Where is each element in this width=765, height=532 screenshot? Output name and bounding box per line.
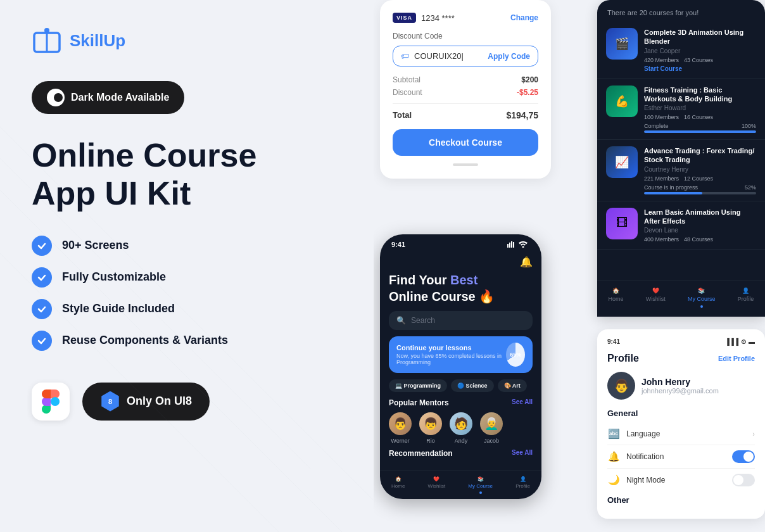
sidebar-header: There are 20 courses for you! xyxy=(597,0,765,22)
courses-count-1: 43 Courses xyxy=(684,57,713,63)
courses-count-2: 16 Courses xyxy=(684,114,713,120)
popular-mentors-see-all[interactable]: See All xyxy=(512,398,533,407)
progress-track-2 xyxy=(644,130,756,133)
phone-nav: 🏠 Home ❤️ Wishlist 📚 My Course 👤 Profile xyxy=(380,471,541,499)
status-icons xyxy=(507,241,530,248)
start-course-1[interactable]: Start Course xyxy=(644,65,756,72)
dark-phone-mockup: 9:41 🔔 Find Your Best Online Course 🔥 🔍 … xyxy=(380,234,541,499)
course-name-4: Learn Basic Animation Using After Effect… xyxy=(644,208,756,226)
language-icon: 🔤 xyxy=(607,428,620,440)
settings-notification[interactable]: 🔔 Notification xyxy=(607,445,755,469)
search-icon: 🔍 xyxy=(396,316,406,325)
cat-science[interactable]: 🔵 Science xyxy=(451,379,494,392)
profile-avatar: 👨 xyxy=(607,372,635,400)
course-thumb-4: 🎞 xyxy=(606,208,638,239)
home-icon: 🏠 xyxy=(395,476,401,482)
mentor-avatar-andy: 🧑 xyxy=(450,412,472,435)
course-name-1: Complete 3D Animation Using Blender xyxy=(644,28,756,46)
headline-normal: Find Your xyxy=(389,273,450,287)
night-mode-icon: 🌙 xyxy=(607,474,620,486)
dark-mode-label: Dark Mode Available xyxy=(71,92,169,103)
search-bar[interactable]: 🔍 Search xyxy=(389,311,533,330)
course-item-3[interactable]: 📈 Advance Trading : Forex Trading/ Stock… xyxy=(597,140,765,201)
sidebar-nav-profile[interactable]: 👤 Profile xyxy=(738,288,754,308)
cat-programming[interactable]: 💻 Programming xyxy=(389,379,447,392)
mentor-rio: 👦 Rio xyxy=(419,412,442,444)
discount-row-value: -$5.25 xyxy=(517,88,538,97)
dark-mode-icon xyxy=(47,89,65,106)
notification-icon: 🔔 xyxy=(607,451,620,462)
continue-info: Continue your lessons Now, you have 65% … xyxy=(396,344,506,365)
nav-wishlist[interactable]: ❤️ Wishlist xyxy=(428,476,446,494)
course-sidebar: There are 20 courses for you! 🎬 Complete… xyxy=(597,0,765,317)
figma-icon xyxy=(32,383,70,421)
mentor-avatar-jacob: 👨‍🦳 xyxy=(480,412,503,435)
notification-toggle[interactable] xyxy=(732,450,755,463)
main-title: Online Course App UI Kit xyxy=(32,137,342,213)
discount-code-value[interactable]: COURUIX20| xyxy=(414,51,483,61)
profile-header: Profile Edit Profile xyxy=(607,353,755,364)
nav-mycourse[interactable]: 📚 My Course xyxy=(468,476,493,494)
ui8-badge[interactable]: 8 Only On UI8 xyxy=(82,383,210,421)
checkout-button[interactable]: Checkout Course xyxy=(393,129,538,156)
recommendation-header: Recommendation See All xyxy=(389,449,533,458)
phone-time: 9:41 xyxy=(391,241,405,248)
apply-button[interactable]: Apply Code xyxy=(488,52,530,61)
nav-profile[interactable]: 👤 Profile xyxy=(515,476,530,494)
only-on-label: Only On UI8 xyxy=(127,395,192,408)
course-thumb-img-4: 🎞 xyxy=(606,208,638,239)
settings-night-mode[interactable]: 🌙 Night Mode xyxy=(607,469,755,491)
feature-label-customizable: Fully Customizable xyxy=(62,270,166,284)
courses-count-4: 48 Courses xyxy=(684,236,713,243)
sidebar-nav-home[interactable]: 🏠 Home xyxy=(609,288,624,308)
feature-style-guide: Style Guide Included xyxy=(32,299,342,319)
feature-screens: 90+ Screens xyxy=(32,236,342,256)
dark-mode-badge: Dark Mode Available xyxy=(32,81,184,114)
cat-art[interactable]: 🎨 Art xyxy=(498,379,527,392)
settings-language[interactable]: 🔤 Language › xyxy=(607,423,755,445)
svg-rect-8 xyxy=(509,243,510,248)
discount-label: Discount Code xyxy=(393,32,538,41)
course-author-1: Jane Cooper xyxy=(644,48,756,54)
course-item-2[interactable]: 💪 Fitness Training : Basic Workouts & Bo… xyxy=(597,79,765,141)
feature-label-components: Reuse Components & Variants xyxy=(62,334,228,347)
checkout-card: VISA 1234 **** Change Discount Code 🏷 CO… xyxy=(380,0,551,179)
main-title-line2: App UI Kit xyxy=(32,175,191,212)
main-title-line1: Online Course xyxy=(32,137,256,174)
profile-status-bar: 9:41 ▐▐▐ ⊙ ▬ xyxy=(607,338,755,345)
logo-area: SkillUp xyxy=(32,25,342,56)
skillup-logo-icon xyxy=(32,25,62,56)
recommendation-see-all[interactable]: See All xyxy=(512,449,533,458)
other-section: Other xyxy=(607,495,755,505)
subtotal-row: Subtotal $200 xyxy=(393,75,538,84)
course-meta-2: 100 Members 16 Courses xyxy=(644,114,756,120)
nav-home[interactable]: 🏠 Home xyxy=(391,476,405,494)
popular-mentors-title: Popular Mentors xyxy=(389,398,449,407)
sidebar-nav-wishlist[interactable]: ❤️ Wishlist xyxy=(646,288,666,308)
progress-pct: 65% xyxy=(510,352,521,358)
profile-name: John Henry xyxy=(642,377,719,387)
edit-profile-button[interactable]: Edit Profile xyxy=(718,355,755,362)
sidebar-mycourse-label: My Course xyxy=(688,296,716,302)
night-mode-label: Night Mode xyxy=(626,476,726,484)
course-item-1[interactable]: 🎬 Complete 3D Animation Using Blender Ja… xyxy=(597,22,765,79)
active-indicator xyxy=(479,491,482,494)
subtotal-value: $200 xyxy=(521,75,538,84)
continue-card[interactable]: Continue your lessons Now, you have 65% … xyxy=(389,336,533,373)
sidebar-active-dot xyxy=(700,305,703,308)
bell-icon: 🔔 xyxy=(520,256,533,268)
discount-row: Discount -$5.25 xyxy=(393,88,538,97)
discount-input-row[interactable]: 🏷 COURUIX20| Apply Code xyxy=(393,46,538,66)
sidebar-nav-mycourse[interactable]: 📚 My Course xyxy=(688,288,716,308)
course-item-4[interactable]: 🎞 Learn Basic Animation Using After Effe… xyxy=(597,201,765,250)
app-name: SkillUp xyxy=(70,31,125,51)
night-mode-toggle[interactable] xyxy=(732,474,755,486)
course-meta-1: 420 Members 43 Courses xyxy=(644,57,756,63)
change-link[interactable]: Change xyxy=(510,13,538,22)
mentor-avatar-rio: 👦 xyxy=(419,412,442,435)
notification-label: Notification xyxy=(626,452,726,461)
general-section-title: General xyxy=(607,408,755,418)
svg-rect-10 xyxy=(513,242,514,248)
popular-mentors-header: Popular Mentors See All xyxy=(389,398,533,407)
profile-title: Profile xyxy=(607,353,639,364)
